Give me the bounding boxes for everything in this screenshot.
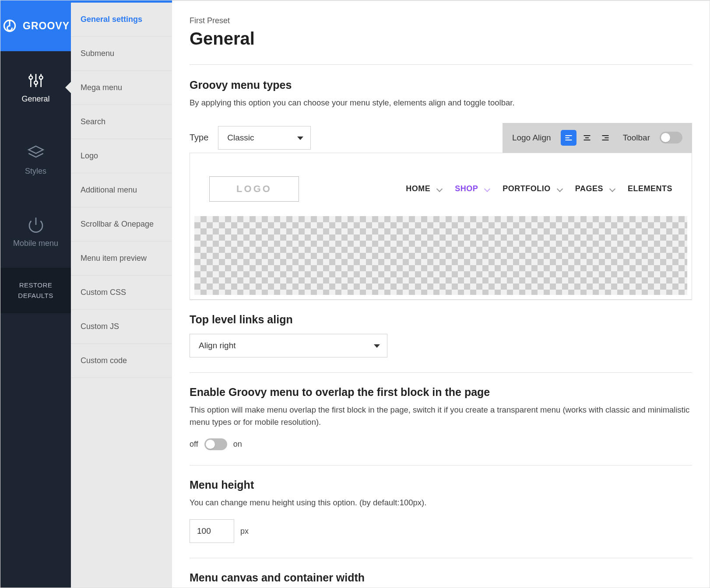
subnav-label: Scrollbar & Onepage bbox=[81, 220, 154, 228]
preview-link-label: HOME bbox=[406, 184, 430, 193]
section-desc: This option will make menu overlap the f… bbox=[190, 404, 692, 428]
subnav-item-custom-js[interactable]: Custom JS bbox=[71, 310, 172, 344]
type-select[interactable]: Classic bbox=[218, 126, 311, 150]
overlap-off-label: off bbox=[190, 440, 198, 449]
rail-label: General bbox=[21, 94, 49, 104]
restore-defaults-button[interactable]: RESTORE DEFAULTS bbox=[0, 268, 71, 313]
select-value: Align right bbox=[199, 341, 236, 350]
toolbar-toggle[interactable] bbox=[660, 132, 682, 144]
section-menu-types: Groovy menu types By applying this optio… bbox=[190, 64, 692, 300]
subnav-label: Menu item preview bbox=[81, 254, 147, 262]
chevron-down-icon bbox=[436, 186, 443, 192]
preview-link-label: PORTFOLIO bbox=[503, 184, 551, 193]
rail-item-styles[interactable]: Styles bbox=[0, 123, 71, 196]
subnav-label: Custom CSS bbox=[81, 288, 126, 297]
breadcrumb: First Preset bbox=[190, 16, 692, 25]
section-top-level-align: Top level links align Align right bbox=[190, 300, 692, 372]
subnav-item-menu-item-preview[interactable]: Menu item preview bbox=[71, 242, 172, 276]
subnav-item-mega-menu[interactable]: Mega menu bbox=[71, 71, 172, 105]
subnav-item-general-settings[interactable]: General settings bbox=[71, 3, 172, 37]
section-title: Menu height bbox=[190, 479, 692, 491]
page-title: General bbox=[190, 29, 692, 49]
section-desc: You can change menu height using this op… bbox=[190, 497, 692, 509]
subnav-item-scrollbar-onepage[interactable]: Scrollbar & Onepage bbox=[71, 207, 172, 242]
subnav-label: Submenu bbox=[81, 49, 114, 58]
overlap-on-label: on bbox=[233, 440, 242, 449]
section-title: Groovy menu types bbox=[190, 79, 692, 91]
logo-align-group bbox=[561, 130, 613, 146]
section-title: Top level links align bbox=[190, 313, 692, 326]
preview-link-shop[interactable]: SHOP bbox=[455, 184, 489, 193]
type-label: Type bbox=[190, 133, 208, 143]
svg-point-5 bbox=[34, 81, 38, 84]
preview-link-home[interactable]: HOME bbox=[406, 184, 442, 193]
menu-height-unit: px bbox=[240, 527, 249, 536]
subnav-label: Custom code bbox=[81, 356, 127, 365]
preview-transparent-area bbox=[194, 216, 687, 295]
main-content: First Preset General Groovy menu types B… bbox=[172, 0, 710, 588]
subnav-item-additional-menu[interactable]: Additional menu bbox=[71, 173, 172, 207]
rail-item-general[interactable]: General bbox=[0, 51, 71, 123]
align-center-icon bbox=[583, 133, 591, 142]
svg-point-6 bbox=[39, 76, 42, 80]
align-left-icon bbox=[564, 133, 573, 142]
section-menu-height: Menu height You can change menu height u… bbox=[190, 465, 692, 558]
logo-align-label: Logo Align bbox=[512, 133, 551, 143]
subnav-label: Logo bbox=[81, 151, 98, 160]
svg-marker-7 bbox=[28, 146, 43, 154]
primary-rail: GROOVY General Styles Mobile menu RESTOR… bbox=[0, 0, 71, 588]
subnav-label: Custom JS bbox=[81, 322, 119, 331]
align-right-icon bbox=[601, 133, 610, 142]
menu-height-input[interactable] bbox=[190, 519, 234, 543]
sliders-icon bbox=[26, 71, 46, 90]
preview-link-portfolio[interactable]: PORTFOLIO bbox=[503, 184, 562, 193]
chevron-down-icon bbox=[609, 186, 615, 192]
preview-menu-bar: LOGO HOME SHOP PORTFOLIO PAGES ELEMENTS bbox=[194, 162, 687, 216]
subnav-item-submenu[interactable]: Submenu bbox=[71, 37, 172, 71]
section-title: Menu canvas and container width bbox=[190, 571, 692, 584]
rail-item-mobile-menu[interactable]: Mobile menu bbox=[0, 196, 71, 268]
subnav-item-custom-code[interactable]: Custom code bbox=[71, 344, 172, 378]
brand-logo-icon bbox=[2, 18, 18, 34]
preview-link-label: SHOP bbox=[455, 184, 478, 193]
menu-preview: LOGO HOME SHOP PORTFOLIO PAGES ELEMENTS bbox=[190, 153, 692, 300]
restore-defaults-label: RESTORE DEFAULTS bbox=[18, 281, 53, 299]
top-level-align-select[interactable]: Align right bbox=[190, 334, 387, 357]
subnav-item-custom-css[interactable]: Custom CSS bbox=[71, 276, 172, 310]
subnav-label: Search bbox=[81, 117, 105, 126]
subnav-item-search[interactable]: Search bbox=[71, 105, 172, 139]
preview-logo-box: LOGO bbox=[209, 176, 299, 202]
overlap-toggle[interactable] bbox=[204, 438, 227, 450]
preview-link-pages[interactable]: PAGES bbox=[575, 184, 615, 193]
toolbar-toggle-label: Toolbar bbox=[623, 133, 650, 143]
subnav-label: Mega menu bbox=[81, 83, 122, 92]
section-title: Enable Groovy menu to overlap the first … bbox=[190, 386, 692, 399]
svg-point-4 bbox=[29, 76, 32, 80]
brand-header: GROOVY bbox=[0, 0, 71, 51]
chevron-down-icon bbox=[484, 186, 490, 192]
rail-label: Styles bbox=[25, 167, 46, 176]
section-canvas-width: Menu canvas and container width Canvas w… bbox=[190, 558, 692, 588]
secondary-nav: General settings Submenu Mega menu Searc… bbox=[71, 0, 172, 588]
preview-link-label: ELEMENTS bbox=[628, 184, 672, 193]
rail-label: Mobile menu bbox=[13, 239, 58, 248]
section-desc: By applying this option you can choose y… bbox=[190, 97, 692, 109]
align-left-button[interactable] bbox=[561, 130, 576, 146]
app-root: GROOVY General Styles Mobile menu RESTOR… bbox=[0, 0, 710, 588]
preview-menu-links: HOME SHOP PORTFOLIO PAGES ELEMENTS bbox=[406, 184, 672, 193]
preview-link-label: PAGES bbox=[575, 184, 603, 193]
chevron-down-icon bbox=[557, 186, 563, 192]
subnav-label: General settings bbox=[81, 15, 142, 24]
align-right-button[interactable] bbox=[598, 130, 613, 146]
brand-name: GROOVY bbox=[23, 20, 70, 32]
power-icon bbox=[26, 215, 46, 234]
section-overlap: Enable Groovy menu to overlap the first … bbox=[190, 372, 692, 466]
type-select-value: Classic bbox=[227, 133, 254, 143]
subnav-item-logo[interactable]: Logo bbox=[71, 139, 172, 173]
subnav-label: Additional menu bbox=[81, 186, 137, 194]
align-center-button[interactable] bbox=[579, 130, 595, 146]
layers-icon bbox=[26, 143, 46, 162]
preview-logo-text: LOGO bbox=[236, 183, 272, 195]
preview-link-elements[interactable]: ELEMENTS bbox=[628, 184, 672, 193]
